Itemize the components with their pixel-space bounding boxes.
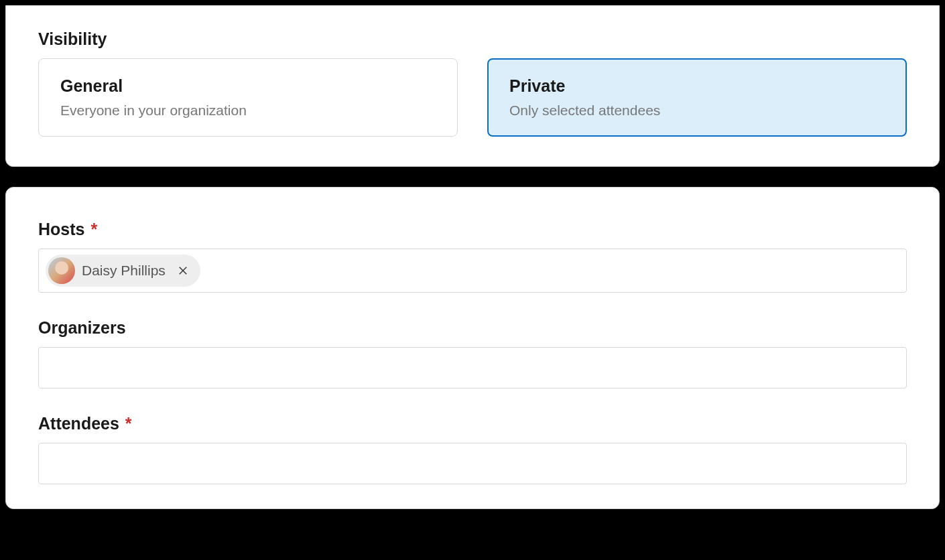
close-icon <box>177 265 189 277</box>
required-star-icon: * <box>90 220 97 238</box>
visibility-label: Visibility <box>38 29 907 49</box>
people-card: Hosts * Daisy Phillips Organizers <box>5 187 940 509</box>
visibility-options: General Everyone in your organization Pr… <box>38 58 907 137</box>
hosts-field: Hosts * Daisy Phillips <box>38 220 907 293</box>
visibility-option-general[interactable]: General Everyone in your organization <box>38 58 458 137</box>
option-title: Private <box>509 76 885 96</box>
attendees-field: Attendees * <box>38 414 907 484</box>
organizers-input-box[interactable] <box>38 347 907 389</box>
option-desc: Only selected attendees <box>509 102 885 119</box>
hosts-input[interactable] <box>204 257 899 284</box>
visibility-option-private[interactable]: Private Only selected attendees <box>487 58 907 137</box>
organizers-label: Organizers <box>38 318 907 338</box>
attendees-input-box[interactable] <box>38 443 907 484</box>
organizers-field: Organizers <box>38 318 907 389</box>
avatar <box>48 257 75 284</box>
visibility-card: Visibility General Everyone in your orga… <box>5 5 940 167</box>
host-chip: Daisy Phillips <box>46 255 200 287</box>
hosts-label-text: Hosts <box>38 220 84 238</box>
option-desc: Everyone in your organization <box>60 102 436 119</box>
attendees-label: Attendees * <box>38 414 907 433</box>
hosts-label: Hosts * <box>38 220 907 239</box>
required-star-icon: * <box>125 414 132 433</box>
attendees-label-text: Attendees <box>38 414 119 433</box>
organizers-input[interactable] <box>46 354 899 381</box>
hosts-input-box[interactable]: Daisy Phillips <box>38 249 907 293</box>
option-title: General <box>60 76 436 96</box>
remove-chip-button[interactable] <box>175 263 191 279</box>
attendees-input[interactable] <box>46 450 899 477</box>
chip-name: Daisy Phillips <box>82 263 166 279</box>
